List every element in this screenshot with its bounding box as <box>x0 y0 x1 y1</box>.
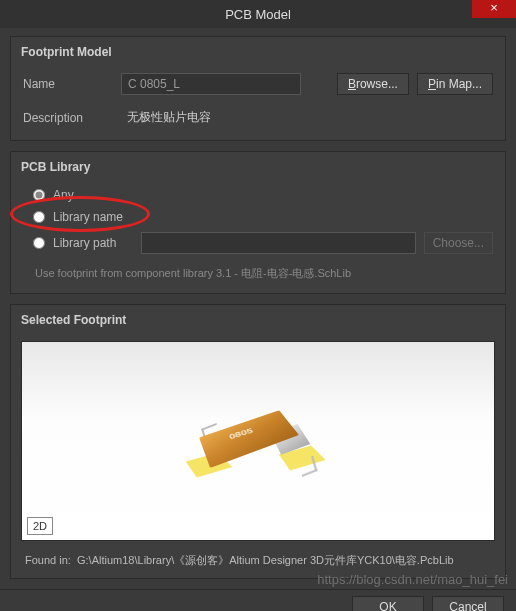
window-title: PCB Model <box>225 7 291 22</box>
name-label: Name <box>23 77 113 91</box>
title-bar: PCB Model × <box>0 0 516 28</box>
radio-library-name[interactable] <box>33 211 45 223</box>
radio-library-name-label: Library name <box>53 210 123 224</box>
browse-button[interactable]: BBrowse...rowse... <box>337 73 409 95</box>
radio-library-path[interactable] <box>33 237 45 249</box>
footprint-model-title: Footprint Model <box>11 37 505 69</box>
radio-any[interactable] <box>33 189 45 201</box>
pcb-library-title: PCB Library <box>11 152 505 184</box>
cancel-button[interactable]: Cancel <box>432 596 504 611</box>
library-path-input[interactable] <box>141 232 416 254</box>
ok-button[interactable]: OK <box>352 596 424 611</box>
library-hint: Use footprint from component library 3.1… <box>11 258 505 283</box>
pcb-library-group: PCB Library Any Library name Library pat… <box>10 151 506 294</box>
description-label: Description <box>23 111 113 125</box>
radio-any-label: Any <box>53 188 74 202</box>
description-value: 无极性贴片电容 <box>121 109 211 126</box>
dialog-content: Footprint Model Name BBrowse...rowse... … <box>0 28 516 579</box>
pin-map-button[interactable]: Pin Map... <box>417 73 493 95</box>
radio-library-path-label: Library path <box>53 236 133 250</box>
selected-footprint-group: Selected Footprint 2D Found in: G:\Altiu… <box>10 304 506 579</box>
found-in-text: Found in: G:\Altium18\Library\《源创客》Altiu… <box>11 547 505 578</box>
choose-button: Choose... <box>424 232 493 254</box>
name-input[interactable] <box>121 73 301 95</box>
selected-footprint-title: Selected Footprint <box>11 305 505 337</box>
footprint-model-group: Footprint Model Name BBrowse...rowse... … <box>10 36 506 141</box>
close-button[interactable]: × <box>472 0 516 18</box>
footprint-preview[interactable]: 2D <box>21 341 495 541</box>
component-render <box>182 380 334 501</box>
view-mode-badge[interactable]: 2D <box>27 517 53 535</box>
dialog-footer: OK Cancel <box>0 589 516 611</box>
